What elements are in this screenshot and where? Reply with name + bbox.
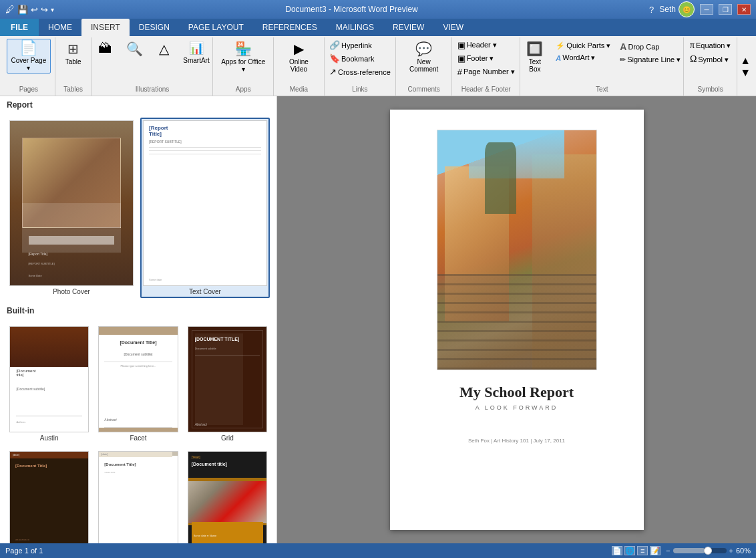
- help-btn[interactable]: ?: [649, 5, 654, 15]
- facet-cover-item[interactable]: [Document Title] [Document subtitle] Ple…: [96, 323, 180, 444]
- document-title: My School Report: [459, 384, 574, 401]
- qs-redo[interactable]: ↪: [41, 5, 48, 15]
- grid-label: Grid: [221, 434, 234, 442]
- tab-page-layout[interactable]: PAGE LAYOUT: [179, 19, 253, 36]
- ribbon-group-apps: 🏪 Apps for Office ▾ Apps: [213, 37, 274, 96]
- quick-parts-button[interactable]: ⚡ Quick Parts ▾: [552, 40, 614, 51]
- report-section-title: Report: [0, 96, 276, 114]
- drop-cap-button[interactable]: A Drop Cap: [616, 40, 684, 53]
- ion-dark-cover-item[interactable]: [date] [Document Title] ××××××××× Some d…: [7, 448, 91, 543]
- wordart-button[interactable]: A WordArt ▾: [552, 52, 614, 63]
- document-area: My School Report A LOOK FORWARD Seth Fox…: [277, 96, 756, 543]
- grid-cover-item[interactable]: [DOCUMENT TITLE] Document subtitle Abstr…: [185, 323, 270, 444]
- title-bar-left: 🖊 💾 ↩ ↪ ▾: [5, 4, 54, 15]
- text-cover-item[interactable]: [ReportTitle] [REPORT SUBTITLE] Some dat…: [140, 118, 270, 298]
- ribbon-scroll-button[interactable]: ▲ ▼: [737, 37, 753, 96]
- document-subtitle: A LOOK FORWARD: [459, 404, 574, 411]
- ion-light-thumb: [date] [Document Title] ××××××× Some dat…: [98, 451, 178, 543]
- text-group-label: Text: [596, 86, 608, 94]
- new-comment-button[interactable]: 💬 New Comment: [400, 39, 447, 75]
- photo-cover-thumb: [Report Title] [REPORT SUBTITLE] Some Da…: [9, 120, 134, 286]
- online-video-button[interactable]: ▶ Online Video: [278, 39, 319, 75]
- equation-button[interactable]: π Equation ▾: [687, 39, 735, 52]
- tab-home[interactable]: HOME: [39, 19, 81, 36]
- apps-button[interactable]: 🏪 Apps for Office ▾: [217, 39, 269, 75]
- zoom-in-button[interactable]: +: [729, 547, 733, 555]
- minimize-button[interactable]: ─: [700, 4, 713, 15]
- restore-button[interactable]: ❐: [719, 4, 732, 15]
- qs-save[interactable]: 💾: [17, 5, 28, 15]
- qs-undo[interactable]: ↩: [31, 5, 38, 15]
- bookmark-button[interactable]: 🔖 Bookmark: [326, 52, 394, 65]
- signature-line-button[interactable]: ✏ Signature Line ▾: [616, 54, 684, 65]
- ribbon-tabs: FILE HOME INSERT DESIGN PAGE LAYOUT REFE…: [0, 19, 756, 36]
- table-label: Table: [65, 58, 81, 65]
- hyperlink-button[interactable]: 🔗 Hyperlink: [326, 39, 394, 51]
- tab-file[interactable]: FILE: [0, 19, 39, 36]
- symbols-group-label: Symbols: [697, 86, 723, 94]
- motion-thumb: [Year] [Document title] Some date ● Name: [188, 451, 267, 543]
- grid-thumb: [DOCUMENT TITLE] Document subtitle Abstr…: [188, 326, 267, 432]
- shapes-button[interactable]: △: [150, 39, 177, 60]
- ribbon-group-pages: 📄 Cover Page ▾ Pages: [3, 37, 55, 96]
- document-title-area: My School Report A LOOK FORWARD Seth Fox…: [459, 384, 574, 444]
- tab-insert[interactable]: INSERT: [81, 19, 130, 36]
- pictures-button[interactable]: 🏔: [91, 39, 118, 59]
- ribbon-group-links: 🔗 Hyperlink 🔖 Bookmark ↗ Cross-reference…: [325, 37, 397, 96]
- table-button[interactable]: ⊞ Table: [60, 39, 87, 67]
- tab-mailings[interactable]: MAILINGS: [327, 19, 383, 36]
- ribbon-group-symbols: π Equation ▾ Ω Symbol ▾ Symbols: [684, 37, 737, 96]
- austin-thumb: [Documenttitle] [Document subtitle] Auth…: [9, 326, 89, 432]
- text-cover-label: Text Cover: [189, 288, 221, 295]
- austin-cover-item[interactable]: [Documenttitle] [Document subtitle] Auth…: [7, 323, 91, 444]
- cover-page-icon: 📄: [19, 41, 37, 55]
- word-icon: 🖊: [5, 4, 15, 15]
- online-pictures-button[interactable]: 🔍: [121, 39, 148, 60]
- report-cover-grid: [Report Title] [REPORT SUBTITLE] Some Da…: [0, 114, 276, 302]
- user-avatar: 😊: [679, 1, 695, 17]
- cross-reference-button[interactable]: ↗ Cross-reference: [326, 65, 394, 78]
- smartart-button[interactable]: 📊 SmartArt: [180, 39, 212, 66]
- view-web-button[interactable]: 🌐: [624, 546, 635, 555]
- tab-review[interactable]: REVIEW: [383, 19, 433, 36]
- zoom-level: 60%: [736, 547, 751, 555]
- status-right: 📄 🌐 ≡ 📝 − + 60%: [612, 546, 751, 555]
- cover-page-button[interactable]: 📄 Cover Page ▾: [7, 39, 51, 74]
- austin-label: Austin: [40, 434, 59, 442]
- tab-references[interactable]: REFERENCES: [253, 19, 327, 36]
- view-outline-button[interactable]: ≡: [637, 546, 648, 555]
- footer-button[interactable]: ▣ Footer ▾: [454, 52, 518, 65]
- zoom-out-button[interactable]: −: [666, 547, 670, 555]
- page-info: Page 1 of 1: [5, 547, 43, 555]
- document-page: My School Report A LOOK FORWARD Seth Fox…: [390, 110, 644, 530]
- photo-cover-item[interactable]: [Report Title] [REPORT SUBTITLE] Some Da…: [7, 118, 136, 298]
- illustrations-group-label: Illustrations: [136, 86, 170, 94]
- motion-cover-item[interactable]: [Year] [Document title] Some date ● Name…: [185, 448, 270, 543]
- zoom-slider[interactable]: [673, 548, 727, 553]
- tab-view[interactable]: VIEW: [433, 19, 473, 36]
- header-footer-group-label: Header & Footer: [461, 86, 511, 94]
- apps-group-label: Apps: [236, 86, 251, 94]
- pages-group-label: Pages: [19, 86, 38, 94]
- facet-thumb: [Document Title] [Document subtitle] Ple…: [98, 326, 178, 432]
- symbol-button[interactable]: Ω Symbol ▾: [687, 53, 735, 66]
- ribbon-group-media: ▶ Online Video Media: [274, 37, 324, 96]
- page-number-button[interactable]: # Page Number ▾: [454, 65, 518, 78]
- builtin-section-title: Built-in: [0, 302, 276, 319]
- tables-group-label: Tables: [63, 86, 83, 94]
- ion-light-cover-item[interactable]: [date] [Document Title] ××××××× Some dat…: [96, 448, 180, 543]
- ribbon-group-illustrations: 🏔 🔍 △ 📊 SmartArt Illustrations: [92, 37, 214, 96]
- user-name: Seth: [659, 5, 676, 14]
- cover-panel: Report [Report Title] [REPORT SUBTITLE] …: [0, 96, 277, 543]
- drop-cap-label: Drop Cap: [628, 43, 659, 51]
- close-button[interactable]: ✕: [737, 4, 751, 15]
- tab-design[interactable]: DESIGN: [130, 19, 179, 36]
- view-draft-button[interactable]: 📝: [650, 546, 660, 555]
- header-button[interactable]: ▣ Header ▾: [454, 39, 518, 51]
- text-box-button[interactable]: 🔲 Text Box: [520, 39, 550, 75]
- window-title: Document3 - Microsoft Word Preview: [285, 5, 418, 14]
- document-author: Seth Fox | Art History 101 | July 17, 20…: [459, 438, 574, 444]
- user-area: Seth 😊: [659, 1, 695, 17]
- view-print-button[interactable]: 📄: [612, 546, 622, 555]
- qs-dropdown[interactable]: ▾: [51, 6, 54, 13]
